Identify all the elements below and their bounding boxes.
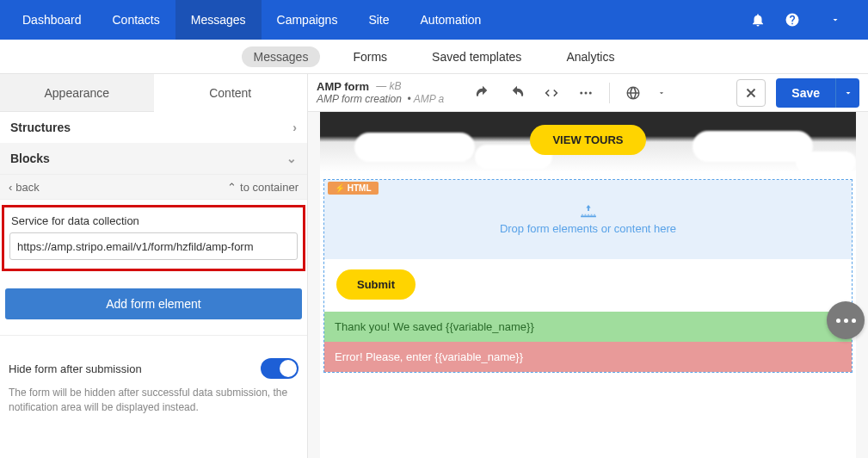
view-tours-button[interactable]: VIEW TOURS — [530, 125, 645, 155]
chevron-down-icon: ⌄ — [286, 152, 297, 165]
section-structures-label: Structures — [10, 121, 71, 134]
error-message: Error! Please, enter {{variable_name}} — [324, 342, 852, 372]
doc-title-block: AMP form— kB AMP form creation • AMP a — [317, 80, 463, 106]
globe-dropdown[interactable] — [653, 79, 670, 107]
email-body: VIEW TOURS ⚡ HTML Drop form elements or … — [320, 112, 856, 458]
submit-row: Submit — [324, 259, 852, 312]
editor-toolbar: AMP form— kB AMP form creation • AMP a S… — [308, 74, 868, 112]
globe-icon[interactable] — [619, 79, 648, 107]
hide-form-help: The form will be hidden after successful… — [0, 379, 307, 415]
to-container-button[interactable]: ⌃to container — [227, 181, 299, 194]
hide-form-toggle-row: Hide form after submission — [0, 358, 307, 379]
doc-subtitle: AMP form creation — [317, 93, 402, 105]
redo-icon[interactable] — [502, 79, 532, 107]
help-icon[interactable] — [775, 0, 810, 40]
top-nav: Dashboard Contacts Messages Campaigns Si… — [0, 0, 868, 40]
left-panel: Appearance Content Structures › Blocks ⌄… — [0, 74, 308, 458]
service-url-input[interactable] — [9, 232, 298, 260]
add-form-element-button[interactable]: Add form element — [5, 288, 302, 319]
chevron-right-icon: › — [292, 121, 297, 134]
doc-size: — kB — [376, 80, 401, 92]
sub-nav: Messages Forms Saved templates Analytics — [0, 40, 868, 74]
svg-point-0 — [580, 91, 582, 94]
user-menu[interactable] — [810, 0, 861, 40]
nav-dashboard[interactable]: Dashboard — [7, 0, 97, 40]
save-dropdown[interactable] — [835, 78, 859, 108]
editor-pane: AMP form— kB AMP form creation • AMP a S… — [308, 74, 868, 458]
panel-tabs: Appearance Content — [0, 74, 307, 112]
close-icon[interactable] — [736, 79, 766, 107]
code-icon[interactable] — [537, 79, 566, 107]
nav-automation[interactable]: Automation — [405, 0, 497, 40]
service-highlight: Service for data collection — [2, 205, 305, 271]
to-container-label: to container — [240, 181, 299, 194]
back-button[interactable]: ‹back — [9, 181, 40, 194]
html-badge: ⚡ HTML — [328, 182, 379, 195]
bell-icon[interactable] — [741, 0, 775, 40]
nav-links: Dashboard Contacts Messages Campaigns Si… — [7, 0, 496, 40]
drop-icon — [579, 205, 598, 219]
save-button[interactable]: Save — [776, 78, 835, 108]
doc-title: AMP form — [317, 80, 369, 94]
drop-text: Drop form elements or content here — [500, 222, 676, 235]
chevron-up-icon: ⌃ — [227, 181, 237, 194]
nav-messages[interactable]: Messages — [175, 0, 262, 40]
service-label: Service for data collection — [9, 214, 298, 227]
subnav-messages[interactable]: Messages — [242, 46, 321, 67]
svg-point-2 — [589, 91, 592, 94]
subnav-saved-templates[interactable]: Saved templates — [420, 46, 533, 67]
breadcrumb-row: ‹back ⌃to container — [0, 174, 307, 200]
subnav-forms[interactable]: Forms — [341, 46, 399, 67]
back-label: back — [15, 181, 39, 194]
tab-content[interactable]: Content — [154, 74, 308, 112]
undo-icon[interactable] — [468, 79, 497, 107]
tab-appearance[interactable]: Appearance — [0, 74, 154, 112]
svg-point-1 — [585, 91, 588, 94]
more-icon[interactable] — [571, 79, 600, 107]
nav-site[interactable]: Site — [353, 0, 404, 40]
doc-amp-tag: AMP a — [414, 93, 445, 105]
nav-contacts[interactable]: Contacts — [97, 0, 175, 40]
form-container[interactable]: ⚡ HTML Drop form elements or content her… — [323, 179, 853, 373]
floating-more-button[interactable] — [827, 301, 865, 339]
nav-campaigns[interactable]: Campaigns — [262, 0, 354, 40]
success-message: Thank you! We saved {{variable_name}} — [324, 312, 852, 342]
drop-zone[interactable]: Drop form elements or content here — [324, 180, 852, 259]
section-blocks-label: Blocks — [10, 152, 50, 165]
hide-form-label: Hide form after submission — [9, 362, 142, 375]
canvas: VIEW TOURS ⚡ HTML Drop form elements or … — [308, 112, 868, 458]
hero-block: VIEW TOURS — [320, 112, 856, 172]
section-structures[interactable]: Structures › — [0, 112, 307, 143]
subnav-analytics[interactable]: Analytics — [554, 46, 626, 67]
section-blocks[interactable]: Blocks ⌄ — [0, 143, 307, 174]
submit-button[interactable]: Submit — [336, 269, 416, 300]
chevron-left-icon: ‹ — [9, 181, 12, 194]
hide-form-toggle[interactable] — [261, 358, 299, 379]
